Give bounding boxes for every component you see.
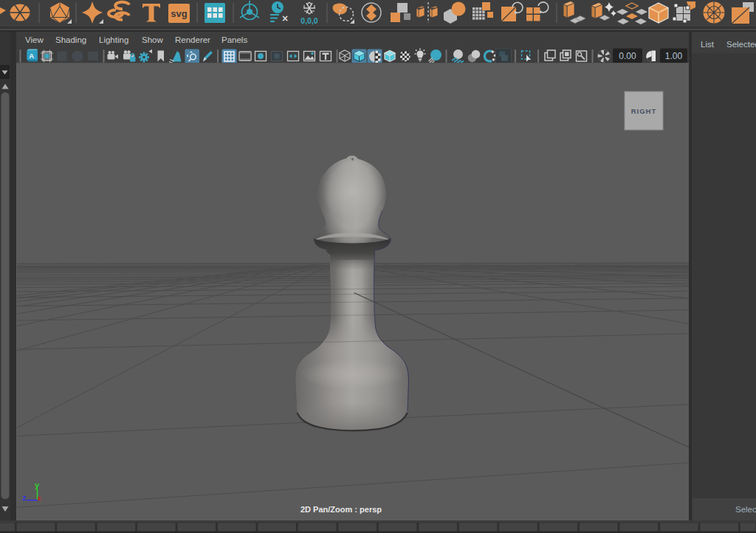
svg-text:×: × <box>282 13 288 24</box>
svg-text:svg: svg <box>171 8 187 19</box>
svg-text:A: A <box>29 52 34 60</box>
svg-text:y: y <box>35 481 40 489</box>
svg-text:1.00: 1.00 <box>665 51 683 61</box>
svg-text:z: z <box>22 493 27 502</box>
svg-text:2D Pan/Zoom : persp: 2D Pan/Zoom : persp <box>300 505 382 514</box>
svg-text:0,0,0: 0,0,0 <box>300 16 318 25</box>
svg-text:RIGHT: RIGHT <box>631 107 657 115</box>
svg-text:x: x <box>37 495 41 502</box>
svg-text:0.00: 0.00 <box>619 51 636 61</box>
